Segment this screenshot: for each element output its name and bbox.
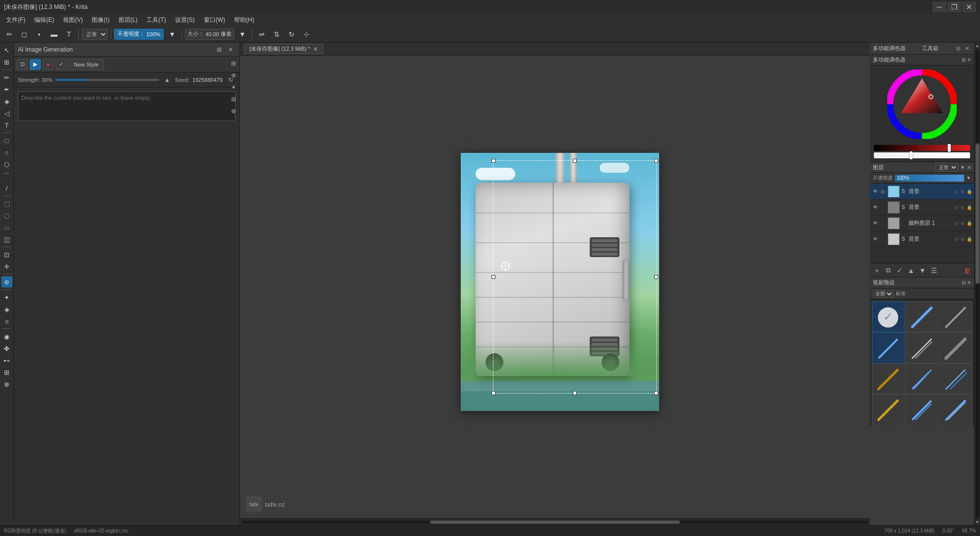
tool-magnetic[interactable]: ◉ bbox=[1, 331, 12, 342]
tool-script[interactable]: ⊗ bbox=[1, 379, 12, 390]
brush-item-5[interactable] bbox=[906, 332, 938, 365]
right-scroll-track[interactable] bbox=[976, 50, 980, 518]
tool-type[interactable]: T bbox=[62, 28, 75, 41]
ai-side-btn-5[interactable]: ⊕ bbox=[229, 106, 239, 116]
ai-side-btn-2[interactable]: ⊕ bbox=[229, 70, 239, 80]
close-button[interactable]: ✕ bbox=[962, 1, 976, 12]
tool-crop[interactable]: ⊡ bbox=[1, 249, 12, 260]
canvas-body[interactable]: tafe tafe.cc bbox=[240, 56, 870, 518]
sub-panel-btn-2[interactable]: ✕ bbox=[967, 57, 971, 63]
minimize-button[interactable]: ─ bbox=[932, 1, 946, 12]
tool-rect-fill[interactable]: ▬ bbox=[48, 28, 61, 41]
tool-reference[interactable]: ⊞ bbox=[1, 367, 12, 378]
layer-1-visibility-icon[interactable]: 👁 bbox=[872, 188, 879, 195]
brush-item-8[interactable] bbox=[906, 363, 938, 396]
krita-document[interactable] bbox=[461, 153, 659, 411]
brush-item-10[interactable] bbox=[872, 394, 905, 426]
layer-1-action-2[interactable]: ⊠ bbox=[961, 189, 965, 194]
brush-item-3[interactable] bbox=[939, 301, 972, 334]
layer-2-action-1[interactable]: ⊟ bbox=[955, 205, 959, 210]
blend-mode-select[interactable]: 正常 bbox=[82, 29, 108, 40]
brush-item-1[interactable]: ✓ bbox=[872, 301, 905, 334]
mirror-v-btn[interactable]: ⇅ bbox=[270, 28, 283, 41]
align-btn[interactable]: ⊹ bbox=[300, 28, 313, 41]
brushes-filter-select[interactable]: 全部 bbox=[873, 290, 894, 298]
layers-panel-filter[interactable]: ▼ bbox=[960, 165, 965, 170]
menu-tools[interactable]: 工具(T) bbox=[142, 15, 170, 25]
tool-pointer[interactable]: ↖ bbox=[1, 45, 12, 56]
tool-eraser[interactable]: ◻ bbox=[18, 28, 31, 41]
tool-fill-tool[interactable]: ◈ bbox=[1, 96, 12, 107]
canvas-tab-close[interactable]: ✕ bbox=[313, 46, 318, 53]
restore-button[interactable]: ❐ bbox=[947, 1, 961, 12]
tool-fill[interactable]: ▪ bbox=[33, 28, 46, 41]
scrollbar-thumb[interactable] bbox=[430, 521, 680, 524]
tool-move[interactable]: ✛ bbox=[1, 261, 12, 272]
right-scrollbar[interactable]: ▲ ▼ bbox=[974, 43, 980, 525]
strength-up-btn[interactable]: ▲ bbox=[162, 75, 172, 85]
layer-list[interactable]: 👁 ◎ S 背景 ⊟ ⊠ 🔒 👁 S 背景 ⊟ ⊠ 🔒 bbox=[870, 184, 974, 263]
add-layer-btn[interactable]: + bbox=[872, 266, 882, 275]
menu-settings[interactable]: 设置(S) bbox=[171, 15, 199, 25]
scroll-down-btn[interactable]: ▼ bbox=[975, 519, 980, 525]
layer-3-visibility-icon[interactable]: 👁 bbox=[872, 220, 879, 227]
ai-side-btn-1[interactable]: ⊞ bbox=[229, 59, 239, 68]
tool-line[interactable]: / bbox=[1, 183, 12, 194]
layer-4-action-1[interactable]: ⊟ bbox=[955, 237, 959, 242]
canvas-tab[interactable]: [未保存图像] (12.3 MiB) * ✕ bbox=[244, 44, 323, 54]
layer-4-action-2[interactable]: ⊠ bbox=[961, 237, 965, 242]
duplicate-layer-btn[interactable]: ⧉ bbox=[883, 266, 893, 275]
tool-rectangle[interactable]: □ bbox=[1, 135, 12, 146]
brushes-close-btn[interactable]: ✕ bbox=[967, 280, 971, 285]
ai-stop-btn[interactable]: ⊡ bbox=[17, 59, 28, 70]
tool-path[interactable]: ⌒ bbox=[1, 171, 12, 182]
layer-2-visibility-icon[interactable]: 👁 bbox=[872, 204, 879, 211]
red-slider[interactable] bbox=[874, 145, 970, 151]
brush-item-7[interactable] bbox=[872, 363, 905, 396]
size-dropdown[interactable]: ▼ bbox=[236, 28, 249, 41]
layer-1-lock-btn[interactable]: 🔒 bbox=[967, 189, 972, 194]
layer-4-lock-btn[interactable]: 🔒 bbox=[967, 237, 972, 242]
layer-1-action-1[interactable]: ⊟ bbox=[955, 189, 959, 194]
menu-image[interactable]: 图像(I) bbox=[88, 15, 113, 25]
tool-ellipse[interactable]: ○ bbox=[1, 147, 12, 158]
panel-close-btn[interactable]: ✕ bbox=[963, 45, 971, 53]
tool-freehand[interactable]: ✏ bbox=[3, 28, 16, 41]
tool-brush[interactable]: ✏ bbox=[1, 72, 12, 83]
ai-record-btn[interactable]: ● bbox=[43, 59, 54, 70]
ai-play-btn[interactable]: ▶ bbox=[30, 59, 41, 70]
sub-panel-btn-1[interactable]: ⊞ bbox=[962, 57, 966, 63]
right-scroll-thumb[interactable] bbox=[976, 143, 980, 284]
opacity-menu-btn[interactable]: ▼ bbox=[966, 175, 971, 181]
layer-item-2[interactable]: 👁 S 背景 ⊟ ⊠ 🔒 bbox=[870, 200, 974, 215]
layer-3-action-2[interactable]: ⊠ bbox=[961, 221, 965, 226]
prompt-input[interactable] bbox=[18, 91, 236, 121]
ai-side-btn-4[interactable]: ⊞ bbox=[229, 94, 239, 104]
tool-measure[interactable]: ⊷ bbox=[1, 355, 12, 366]
tool-deform[interactable]: ⌾ bbox=[1, 316, 12, 327]
move-layer-down-btn[interactable]: ▼ bbox=[918, 266, 927, 275]
tool-select-freehand[interactable]: ⌓ bbox=[1, 222, 12, 233]
brush-item-12[interactable] bbox=[939, 394, 972, 426]
strength-slider[interactable] bbox=[56, 79, 159, 81]
layer-3-action-1[interactable]: ⊟ bbox=[955, 221, 959, 226]
menu-file[interactable]: 文件(F) bbox=[2, 15, 29, 25]
brush-item-6[interactable] bbox=[939, 332, 972, 365]
layers-menu-btn[interactable]: ☰ bbox=[929, 266, 939, 275]
tool-select-rect[interactable]: ⬚ bbox=[1, 198, 12, 209]
layer-item-4[interactable]: 👁 S 背景 ⊟ ⊠ 🔒 bbox=[870, 231, 974, 247]
opacity-bar[interactable]: 100% bbox=[895, 175, 964, 182]
tool-calligraphy[interactable]: ✒ bbox=[1, 84, 12, 95]
scroll-up-btn[interactable]: ▲ bbox=[975, 43, 980, 49]
layers-panel-close[interactable]: ✕ bbox=[967, 165, 971, 170]
brush-item-9[interactable] bbox=[939, 363, 972, 396]
scrollbar-track[interactable] bbox=[242, 521, 868, 524]
color-wheel-svg[interactable] bbox=[887, 69, 957, 139]
layer-3-lock-btn[interactable]: 🔒 bbox=[967, 221, 972, 226]
layer-2-action-2[interactable]: ⊠ bbox=[961, 205, 965, 210]
menu-layer[interactable]: 图层(L) bbox=[115, 15, 142, 25]
panel-float-btn[interactable]: ⊟ bbox=[954, 45, 962, 53]
opacity-dropdown[interactable]: ▼ bbox=[166, 28, 179, 41]
tool-transform[interactable]: ⊞ bbox=[1, 57, 12, 67]
layers-blend-mode[interactable]: 正常 bbox=[935, 163, 958, 172]
